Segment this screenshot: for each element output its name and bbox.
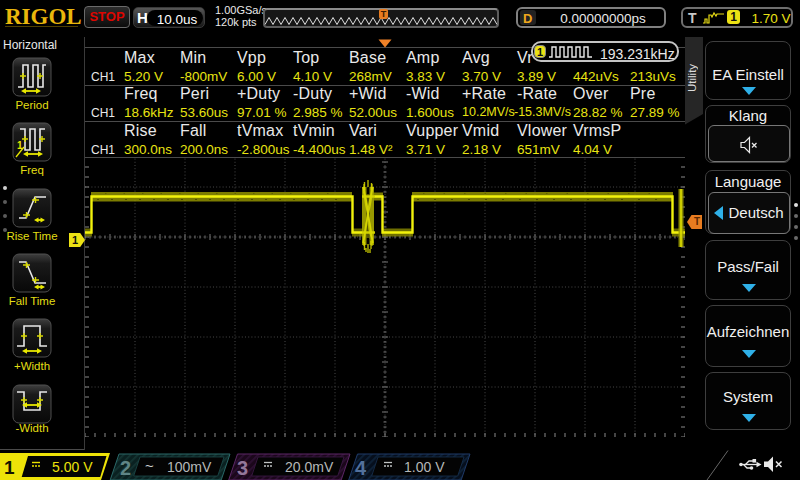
svg-text:1.00 V: 1.00 V	[404, 459, 445, 475]
svg-text:2: 2	[120, 457, 131, 479]
svg-text:3: 3	[237, 457, 248, 479]
svg-text:~: ~	[145, 457, 154, 474]
svg-text:1: 1	[4, 457, 15, 478]
svg-text:4: 4	[355, 457, 367, 479]
svg-text:20.0mV: 20.0mV	[285, 459, 334, 475]
svg-text:100mV: 100mV	[167, 459, 212, 475]
svg-text:5.00 V: 5.00 V	[52, 459, 93, 475]
